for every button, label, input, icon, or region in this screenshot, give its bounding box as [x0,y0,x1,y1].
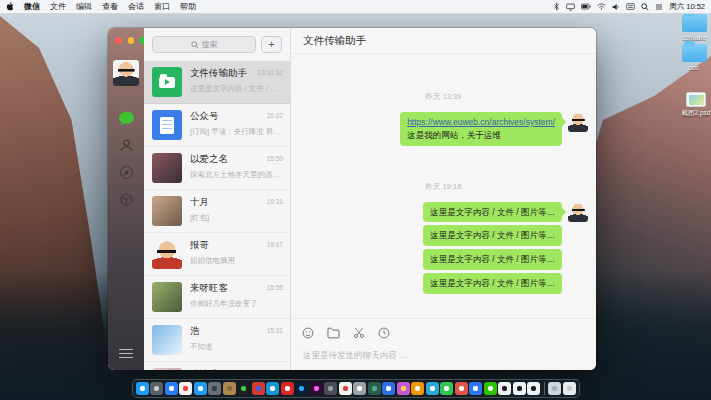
display-icon[interactable] [566,3,575,11]
sender-avatar[interactable] [568,202,588,222]
dock-icon-safari[interactable] [165,382,178,395]
dock-icon-qq-3[interactable] [527,382,540,395]
chat-list: 文件传输助手13:31:32这里是文字内容 / 文件 / 图片等…公众号20:2… [144,61,290,370]
chat-list-item[interactable]: 报哥19:17姐姐借电脑用 [144,233,290,276]
screenshot-icon[interactable] [353,325,365,343]
dock-icon-youdao[interactable] [469,382,482,395]
chat-preview: [订阅] 早读：央行降准 释放资… [190,127,284,137]
dock-icon-app-store[interactable] [194,382,207,395]
desktop-icon-folder[interactable]: doc [672,44,711,71]
dock-icon-edge[interactable] [426,382,439,395]
bluetooth-icon[interactable] [553,2,560,11]
chat-time: 15:50 [267,155,283,162]
desktop-icon-file[interactable]: 截图2.psd [674,92,711,118]
menu-item-6[interactable]: 帮助 [180,1,196,12]
sender-avatar[interactable] [568,112,588,132]
dock-icon-wechat[interactable] [484,382,497,395]
dock-icon-blue-circle-app[interactable] [382,382,395,395]
dock-icon-terminal[interactable] [237,382,250,395]
message-bubble[interactable]: 这里是文字内容 / 文件 / 图片等… [423,225,562,246]
menu-bar: 微信文件编辑查看会话窗口帮助 周六 10:52 [0,0,711,14]
dock-icon-camera-app[interactable] [324,382,337,395]
sidebar-item-contacts[interactable] [108,137,144,153]
message-area: 昨天 13:39https://www.euweb.cn/archives/sy… [291,54,596,318]
chat-list-item[interactable]: 来呀旺客15:56你都好几年没改变了 [144,276,290,319]
dock-icon-photoshop[interactable] [295,382,308,395]
chat-list-item[interactable]: 十月19:31[红包] [144,190,290,233]
dock-icon-red-circle-app[interactable] [455,382,468,395]
minimize-button[interactable] [128,37,135,44]
message-bubble[interactable]: 这里是文字内容 / 文件 / 图片等… [423,202,562,223]
wifi-icon[interactable] [597,3,606,10]
official-account-icon [152,110,182,140]
emoji-icon[interactable] [302,325,314,343]
contact-avatar [152,368,182,370]
dock-icon-red-app[interactable] [252,382,265,395]
message-bubble[interactable]: https://www.euweb.cn/archives/system/这是我… [400,112,562,146]
menu-item-2[interactable]: 编辑 [76,1,92,12]
search-input[interactable]: 搜索 [152,36,256,53]
sidebar-item-mini-program[interactable] [108,191,144,207]
battery-icon[interactable] [581,3,591,10]
add-chat-button[interactable]: + [261,36,282,53]
desktop-icon-label: 截图2.psd [682,109,711,118]
dock-icon-docker[interactable] [266,382,279,395]
dock-icon-dark-green-app[interactable] [368,382,381,395]
more-menu-icon[interactable] [119,349,133,359]
message-input[interactable]: 这里是待发送的聊天内容 … [303,350,584,362]
sidebar-item-discover[interactable] [108,164,144,180]
chat-preview: 姐姐借电脑用 [190,256,284,266]
dock-icon-finder[interactable] [136,382,149,395]
chat-preview: 你都好几年没改变了 [190,299,284,309]
menu-bar-clock[interactable]: 周六 10:52 [669,2,705,12]
dock-icon-grid-app[interactable] [353,382,366,395]
dock-icon-trash[interactable] [563,382,576,395]
chat-time: 20:22 [267,112,283,119]
dock-icon-downloads-folder[interactable] [548,382,561,395]
menu-item-0[interactable]: 微信 [24,1,40,12]
chat-name: 浩 [190,325,262,338]
dock-icon-netease-music[interactable] [281,382,294,395]
chat-list-item[interactable]: 文件传输助手13:31:32这里是文字内容 / 文件 / 图片等… [144,61,290,104]
chat-list-item[interactable]: 湫湫啾15:03知道了 [144,362,290,370]
user-avatar[interactable] [113,60,139,86]
volume-icon[interactable] [612,3,620,11]
dock-icon-adobe-cc[interactable] [411,382,424,395]
message-bubble[interactable]: 这里是文字内容 / 文件 / 图片等… [423,249,562,270]
dock-icon-launchpad[interactable] [150,382,163,395]
spotlight-icon[interactable] [641,3,649,11]
dock-icon-music-app[interactable] [339,382,352,395]
history-icon[interactable] [378,325,390,343]
chat-preview: [红包] [190,213,284,223]
dock-icon-qq-1[interactable] [498,382,511,395]
notification-icon[interactable] [655,3,663,11]
message-timestamp: 昨天 13:39 [299,92,588,102]
message-link[interactable]: https://www.euweb.cn/archives/system/ [407,116,555,129]
dock-icon-adobe-xd[interactable] [310,382,323,395]
chat-list-item[interactable]: 公众号20:22[订阅] 早读：央行降准 释放资… [144,104,290,147]
chat-list-item[interactable]: 以爱之名15:50探索北方土地冬天里的温暖与… [144,147,290,190]
message-bubble[interactable]: 这里是文字内容 / 文件 / 图片等… [423,273,562,294]
conversation-panel: 文件传输助手 昨天 13:39https://www.euweb.cn/arch… [291,28,596,370]
dock-icon-qq-2[interactable] [513,382,526,395]
menu-item-1[interactable]: 文件 [50,1,66,12]
chat-list-item[interactable]: 浩15:31不知道 [144,319,290,362]
dock-icon-folder-apps[interactable] [223,382,236,395]
desktop-icon-folder[interactable]: software [672,14,711,41]
chat-time: 13:31:32 [258,69,283,76]
sidebar-item-chats active[interactable] [108,110,144,126]
search-icon [191,41,199,49]
dock-separator [544,382,545,395]
dock-icon-player-app[interactable] [440,382,453,395]
menu-item-5[interactable]: 窗口 [154,1,170,12]
chat-preview: 不知道 [190,342,284,352]
dock-icon-flower-app[interactable] [397,382,410,395]
apple-menu-icon[interactable] [6,2,14,11]
keyboard-icon[interactable] [626,3,635,10]
dock-icon-photo-booth[interactable] [208,382,221,395]
menu-item-4[interactable]: 会话 [128,1,144,12]
close-button[interactable] [115,37,122,44]
dock-icon-chrome[interactable] [179,382,192,395]
menu-item-3[interactable]: 查看 [102,1,118,12]
folder-icon[interactable] [327,325,340,343]
